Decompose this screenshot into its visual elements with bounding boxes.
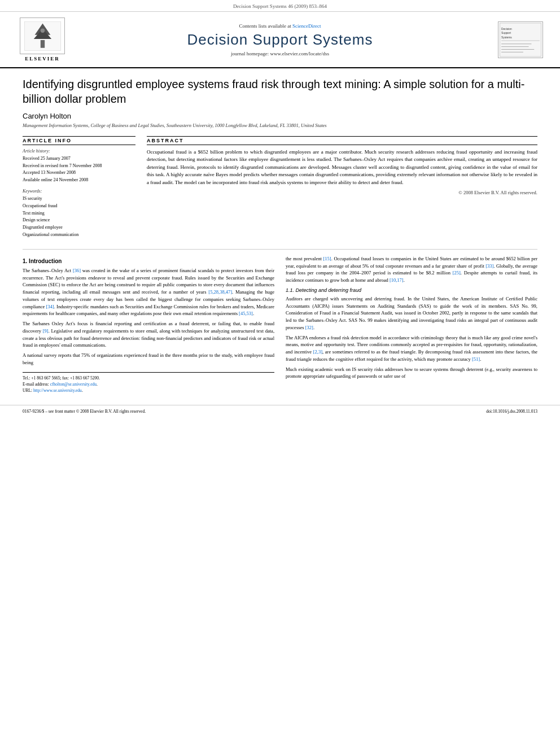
journal-title-area: Contents lists available at ScienceDirec… xyxy=(68,23,492,56)
svg-text:Systems: Systems xyxy=(501,36,512,39)
ref-45-53[interactable]: [45,53] xyxy=(239,311,253,316)
bottom-doi: doi:10.1016/j.dss.2008.11.013 xyxy=(486,408,537,414)
journal-citation-bar: Decision Support Systems 46 (2009) 853–8… xyxy=(0,0,560,12)
body-para-right-4: Much existing academic work on IS securi… xyxy=(286,366,537,381)
journal-logo-area: Decision Support Systems xyxy=(492,21,543,58)
journal-homepage: journal homepage: www.elsevier.com/locat… xyxy=(79,51,481,56)
abstract-label: ABSTRACT xyxy=(147,136,537,145)
section-divider xyxy=(23,249,537,250)
elsevier-logo-area: ELSEVIER xyxy=(17,18,68,62)
footnote-2: E-mail address: cfholton@se.university.e… xyxy=(23,381,274,387)
svg-rect-1 xyxy=(40,40,44,47)
elsevier-brand-text: ELSEVIER xyxy=(25,56,60,62)
main-content: Identifying disgruntled employee systems… xyxy=(0,68,560,399)
journal-logo-box: Decision Support Systems xyxy=(498,21,543,58)
keywords-label: Keywords: xyxy=(23,189,135,194)
body-columns: 1. Introduction The Sarbanes–Oxley Act [… xyxy=(23,255,537,394)
article-info-abstract-section: ARTICLE INFO Article history: Received 2… xyxy=(23,136,537,243)
ref-25[interactable]: [25] xyxy=(453,270,461,276)
ref-34[interactable]: [34] xyxy=(46,304,54,309)
body-right-column: the most prevalent [15]. Occupational fr… xyxy=(286,255,537,394)
author-name: Carolyn Holton xyxy=(23,112,537,120)
article-title: Identifying disgruntled employee systems… xyxy=(23,77,537,106)
body-left-column: 1. Introduction The Sarbanes–Oxley Act [… xyxy=(23,255,274,394)
abstract-column: ABSTRACT Occupational fraud is a $652 bi… xyxy=(147,136,537,243)
journal-citation-text: Decision Support Systems 46 (2009) 853–8… xyxy=(233,3,327,9)
footnote-area: Tel.: +1 863 667 5665; fax: +1 863 667 5… xyxy=(23,372,274,394)
journal-title: Decision Support Systems xyxy=(79,31,481,49)
date-received: Received 25 January 2007 Received in rev… xyxy=(23,155,135,184)
elsevier-tree-icon xyxy=(21,19,64,53)
ref-32[interactable]: [32] xyxy=(305,325,313,330)
author-affiliation: Management Information Systems, College … xyxy=(23,123,537,129)
footnote-url-link[interactable]: http://www.se.university.edu xyxy=(33,388,82,393)
ref-10-17[interactable]: [10,17] xyxy=(390,277,404,283)
body-para-3: A national survey reports that 75% of or… xyxy=(23,352,274,366)
elsevier-logo-box xyxy=(20,18,65,54)
body-para-2: The Sarbanes Oxley Act's focus is financ… xyxy=(23,320,274,349)
footnote-1: Tel.: +1 863 667 5665; fax: +1 863 667 5… xyxy=(23,375,274,381)
ref-2-3[interactable]: [2,3] xyxy=(313,349,322,355)
ref-5-28-38-47[interactable]: [5,28,38,47] xyxy=(208,289,232,295)
subsection-1-1-heading: 1.1. Detecting and deterring fraud xyxy=(286,287,537,293)
article-info-label: ARTICLE INFO xyxy=(23,136,135,145)
sciencedirect-link[interactable]: ScienceDirect xyxy=(292,23,321,29)
bottom-bar: 0167-9236/$ – see front matter © 2008 El… xyxy=(0,405,560,417)
ref-36[interactable]: [36] xyxy=(73,268,81,273)
contents-line: Contents lists available at ScienceDirec… xyxy=(79,23,481,29)
ref-15[interactable]: [15] xyxy=(323,256,331,261)
keyword-is-security: IS security xyxy=(23,195,135,203)
svg-text:Support: Support xyxy=(501,32,511,34)
keywords-block: Keywords: IS security Occupational fraud… xyxy=(23,189,135,239)
body-para-right-1: the most prevalent [15]. Occupational fr… xyxy=(286,255,537,284)
keyword-org-communication: Organizational communication xyxy=(23,231,135,239)
page: Decision Support Systems 46 (2009) 853–8… xyxy=(0,0,560,747)
section1-heading: 1. Introduction xyxy=(23,258,274,264)
body-para-right-2: Auditors are charged with uncovering and… xyxy=(286,295,537,331)
keyword-disgruntled-employee: Disgruntled employee xyxy=(23,224,135,231)
ref-51[interactable]: [51] xyxy=(472,356,480,362)
footnote-email-link[interactable]: cfholton@se.university.edu xyxy=(50,382,97,387)
journal-header: ELSEVIER Contents lists available at Sci… xyxy=(0,12,560,68)
ref-33[interactable]: [33] xyxy=(485,263,493,269)
keyword-occupational-fraud: Occupational fraud xyxy=(23,203,135,210)
footnote-3: URL: http://www.se.university.edu. xyxy=(23,387,274,394)
bottom-issn: 0167-9236/$ – see front matter © 2008 El… xyxy=(23,408,146,414)
dss-journal-icon: Decision Support Systems xyxy=(498,22,542,58)
ref-9[interactable]: [9] xyxy=(43,328,49,334)
body-para-1: The Sarbanes–Oxley Act [36] was created … xyxy=(23,267,274,317)
keyword-design-science: Design science xyxy=(23,217,135,224)
copyright-line: © 2008 Elsevier B.V. All rights reserved… xyxy=(147,190,537,195)
svg-text:Decision: Decision xyxy=(501,27,512,30)
keyword-text-mining: Text mining xyxy=(23,210,135,217)
svg-point-4 xyxy=(40,28,44,32)
history-label: Article history: xyxy=(23,148,135,154)
body-para-right-3: The AICPA endorses a fraud risk detectio… xyxy=(286,334,537,363)
article-info-column: ARTICLE INFO Article history: Received 2… xyxy=(23,136,135,243)
abstract-text: Occupational fraud is a $652 billion pro… xyxy=(147,148,537,187)
article-history-block: Article history: Received 25 January 200… xyxy=(23,148,135,184)
